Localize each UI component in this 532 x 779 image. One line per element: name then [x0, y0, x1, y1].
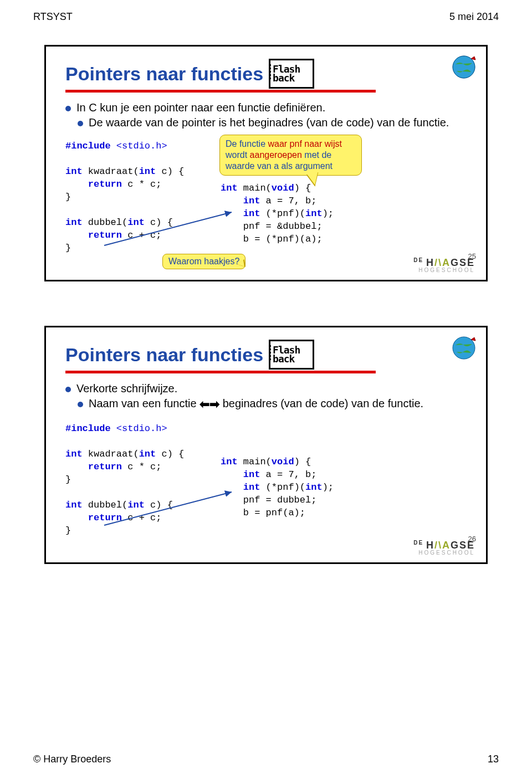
code-right: int main(void) { int a = 7, b; int (*pnf…	[221, 423, 469, 550]
flashback-icon: Flashback	[269, 59, 314, 89]
code-left: #include <stdio.h> int kwadraat(int c) {…	[65, 140, 221, 268]
page-header: RTSYST 5 mei 2014	[33, 11, 499, 23]
school-logo: DE H/\AGSE HOGESCHOOL	[413, 258, 475, 273]
svg-point-3	[453, 337, 475, 359]
right-arrow-icon: ➡	[209, 397, 219, 411]
header-left: RTSYST	[33, 11, 73, 23]
page-footer: © Harry Broeders 13	[33, 754, 499, 765]
title-underline	[65, 90, 376, 93]
slide-title: Pointers naar functies	[65, 344, 263, 366]
slide-2: Pointers naar functies Flashback Verkort…	[44, 326, 488, 564]
bullet-item: De waarde van de pointer is het beginadr…	[78, 116, 469, 129]
bullet-dot-icon	[65, 106, 71, 111]
slide-title: Pointers naar functies	[65, 63, 263, 85]
callout-bubble: Waarom haakjes?	[162, 254, 245, 269]
callout-tail-icon	[237, 260, 244, 268]
footer-right: 13	[488, 754, 499, 765]
bullet-dot-icon	[78, 402, 83, 407]
bullet-text: De waarde van de pointer is het beginadr…	[89, 116, 449, 129]
bullet-item: Verkorte schrijfwijze.	[65, 382, 469, 395]
globe-icon	[450, 334, 478, 362]
bullet-text: Naam van een functie ⬅➡ beginadres (van …	[89, 397, 423, 412]
callout-tail-icon	[307, 172, 320, 186]
bullet-item: Naam van een functie ⬅➡ beginadres (van …	[78, 397, 469, 412]
footer-left: © Harry Broeders	[33, 754, 111, 765]
title-underline	[65, 371, 376, 373]
callout-bubble: De functie waar pnf naar wijst wordt aan…	[219, 135, 362, 176]
code-area: #include <stdio.h> int kwadraat(int c) {…	[65, 140, 469, 268]
header-right: 5 mei 2014	[449, 11, 499, 23]
flashback-icon: Flashback	[269, 340, 314, 370]
slide-1: Pointers naar functies Flashback In C ku…	[44, 45, 488, 281]
school-logo: DE H/\AGSE HOGESCHOOL	[413, 540, 475, 556]
code-left: #include <stdio.h> int kwadraat(int c) {…	[65, 423, 221, 550]
left-arrow-icon: ⬅	[200, 397, 209, 411]
code-area: #include <stdio.h> int kwadraat(int c) {…	[65, 423, 469, 550]
bullet-item: In C kun je een pointer naar een functie…	[65, 101, 469, 114]
bullet-text: In C kun je een pointer naar een functie…	[76, 101, 325, 114]
bullet-dot-icon	[65, 387, 71, 392]
globe-icon	[450, 53, 478, 81]
bullet-dot-icon	[78, 121, 83, 126]
bullet-text: Verkorte schrijfwijze.	[76, 382, 177, 395]
